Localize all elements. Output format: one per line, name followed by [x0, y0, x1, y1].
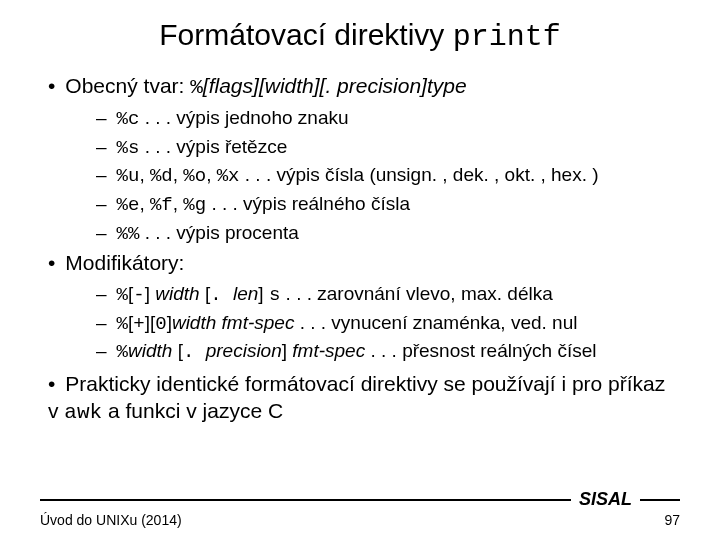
bullet-modifiers: •Modifikátory:: [40, 251, 680, 275]
spec-percent: –%% . . . výpis procenta: [96, 220, 680, 248]
slide-footer: SISAL Úvod do UNIXu (2014) 97: [40, 489, 680, 528]
slide-title: Formátovací direktivy printf: [40, 18, 680, 54]
footer-course: Úvod do UNIXu (2014): [40, 512, 182, 528]
rule-left: [40, 499, 571, 501]
bullet-dot: •: [48, 74, 55, 97]
mod-align-left: –%[-] width [. len] s . . . zarovnání vl…: [96, 281, 680, 309]
bullet-dot: •: [48, 251, 55, 274]
bullet-awk-c: •Prakticky identické formátovací direkti…: [40, 370, 680, 427]
page-number: 97: [664, 512, 680, 528]
spec-float: –%e, %f, %g . . . výpis reálného čísla: [96, 191, 680, 219]
bullet-dot: •: [48, 372, 55, 395]
mod-precision: –%width [. precision] fmt-spec . . . pře…: [96, 338, 680, 366]
footer-brand: SISAL: [571, 489, 640, 510]
modifiers-list: –%[-] width [. len] s . . . zarovnání vl…: [96, 281, 680, 366]
spec-c: –%c . . . výpis jednoho znaku: [96, 105, 680, 133]
bullet-general-form: •Obecný tvar: %[flags][width][. precisio…: [40, 74, 680, 99]
format-specifiers-list: –%c . . . výpis jednoho znaku –%s . . . …: [96, 105, 680, 247]
title-text: Formátovací direktivy: [159, 18, 452, 51]
mod-sign-zero: –%[+][0]width fmt-spec . . . vynucení zn…: [96, 310, 680, 338]
rule-right: [640, 499, 680, 501]
spec-s: –%s . . . výpis řetězce: [96, 134, 680, 162]
title-code: printf: [453, 20, 561, 54]
spec-int: –%u, %d, %o, %x . . . výpis čísla (unsig…: [96, 162, 680, 190]
footer-rule: SISAL: [40, 489, 680, 510]
